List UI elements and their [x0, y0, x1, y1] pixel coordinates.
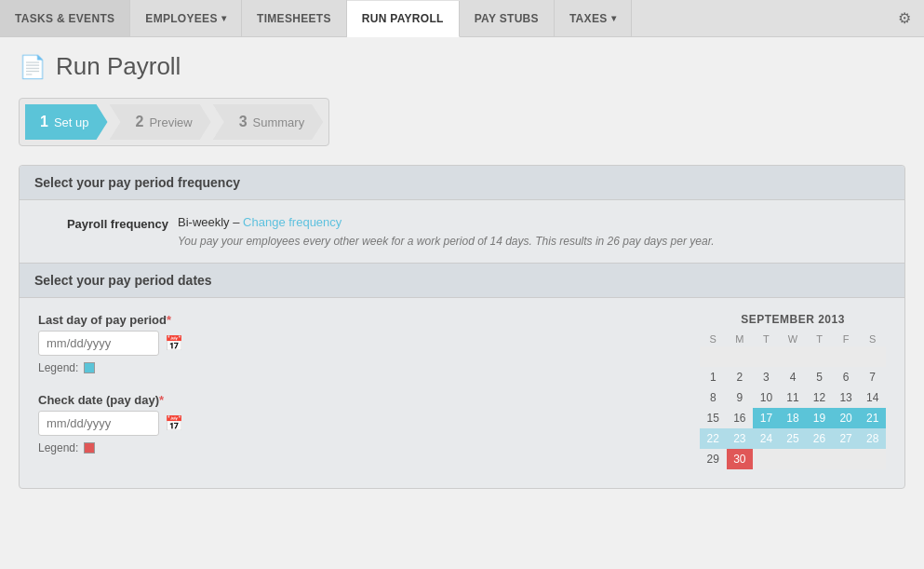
steps-breadcrumb: 1 Set up 2 Preview 3 Summary	[19, 98, 329, 146]
page-title: Run Payroll	[56, 52, 181, 81]
nav-taxes[interactable]: Taxes ▾	[555, 0, 632, 36]
cal-day[interactable]: 22	[700, 428, 727, 449]
date-form: Last day of pay period* 📅 Legend: Check …	[38, 313, 681, 473]
cal-day[interactable]: 6	[833, 367, 860, 387]
cal-day	[780, 449, 807, 469]
cal-day[interactable]: 15	[700, 408, 727, 428]
step-2-num: 2	[136, 114, 144, 130]
settings-gear-icon[interactable]: ⚙	[885, 0, 924, 36]
step-3-num: 3	[239, 114, 248, 130]
cal-day[interactable]: 9	[727, 387, 754, 408]
check-date-input[interactable]	[38, 411, 159, 436]
cal-day[interactable]: 11	[780, 387, 807, 408]
last-day-input[interactable]	[38, 331, 159, 356]
step-1-num: 1	[40, 114, 48, 130]
check-date-legend: Legend:	[38, 441, 681, 454]
cal-day[interactable]: 4	[780, 367, 807, 387]
cal-day[interactable]: 24	[753, 428, 780, 449]
nav-employees[interactable]: Employees ▾	[130, 0, 242, 36]
cal-day[interactable]: 30	[727, 449, 754, 469]
frequency-section-header: Select your pay period frequency	[20, 166, 904, 200]
cal-day[interactable]: 1	[700, 367, 727, 387]
step-1-setup[interactable]: 1 Set up	[25, 104, 108, 140]
check-date-calendar-icon[interactable]: 📅	[165, 414, 183, 432]
cal-day[interactable]: 12	[806, 387, 833, 408]
step-2-label: Preview	[149, 115, 192, 129]
main-panel: Select your pay period frequency Payroll…	[19, 165, 905, 489]
cal-day[interactable]: 23	[727, 428, 754, 449]
cal-day[interactable]: 14	[859, 387, 886, 408]
nav-tasks-events[interactable]: Tasks & Events	[0, 0, 130, 36]
cal-day-header: W	[780, 332, 807, 346]
legend-blue-box	[84, 362, 95, 373]
last-day-legend: Legend:	[38, 361, 681, 374]
frequency-description: You pay your employees every other week …	[178, 235, 886, 248]
calendar-widget: SEPTEMBER 2013 SMTWTFS 12345678910111213…	[700, 313, 886, 473]
cal-day[interactable]: 16	[727, 408, 754, 428]
last-day-label: Last day of pay period*	[38, 313, 681, 327]
step-2-preview[interactable]: 2 Preview	[110, 104, 211, 140]
cal-day[interactable]: 8	[700, 387, 727, 408]
cal-day-header: S	[859, 332, 886, 346]
employees-arrow: ▾	[221, 13, 226, 23]
nav-run-payroll[interactable]: Run Payroll	[347, 1, 460, 37]
cal-day[interactable]: 5	[806, 367, 833, 387]
cal-day	[859, 449, 886, 469]
cal-day[interactable]: 19	[806, 408, 833, 428]
check-date-field-row: Check date (pay day)* 📅 Legend:	[38, 393, 681, 454]
cal-day[interactable]: 2	[727, 367, 754, 387]
step-3-summary[interactable]: 3 Summary	[213, 104, 324, 140]
cal-day[interactable]: 7	[859, 367, 886, 387]
cal-day[interactable]: 21	[859, 408, 886, 428]
cal-day-header: T	[753, 332, 780, 346]
cal-day[interactable]: 10	[753, 387, 780, 408]
dates-section-header: Select your pay period dates	[20, 264, 904, 298]
frequency-section-body: Payroll frequency Bi-weekly – Change fre…	[20, 200, 904, 263]
step-3-label: Summary	[253, 115, 305, 129]
cal-day[interactable]: 13	[833, 387, 860, 408]
cal-day[interactable]: 25	[780, 428, 807, 449]
cal-day[interactable]: 20	[833, 408, 860, 428]
cal-day[interactable]: 18	[780, 408, 807, 428]
cal-day-header: S	[700, 332, 727, 346]
cal-day[interactable]: 3	[753, 367, 780, 387]
cal-day[interactable]: 17	[753, 408, 780, 428]
payroll-frequency-value: Bi-weekly – Change frequency	[178, 215, 341, 229]
page-title-area: 📄 Run Payroll	[19, 52, 905, 81]
cal-day[interactable]: 29	[700, 449, 727, 469]
cal-day	[780, 346, 807, 367]
cal-day	[833, 449, 860, 469]
payroll-frequency-label: Payroll frequency	[38, 215, 168, 231]
taxes-arrow: ▾	[611, 13, 616, 23]
check-date-input-group: 📅	[38, 411, 681, 436]
cal-day	[727, 346, 754, 367]
cal-day[interactable]: 27	[833, 428, 860, 449]
cal-day	[806, 449, 833, 469]
step-1-label: Set up	[54, 115, 89, 129]
page-content: 📄 Run Payroll 1 Set up 2 Preview 3 Summa…	[0, 37, 924, 569]
nav-pay-stubs[interactable]: Pay Stubs	[460, 0, 555, 36]
last-day-input-group: 📅	[38, 331, 681, 356]
cal-day	[753, 449, 780, 469]
top-navigation: Tasks & Events Employees ▾ Timesheets Ru…	[0, 0, 924, 37]
legend-red-box	[84, 442, 95, 454]
cal-day	[833, 346, 860, 367]
change-frequency-link[interactable]: Change frequency	[243, 215, 341, 229]
cal-day	[806, 346, 833, 367]
dates-section-body: Last day of pay period* 📅 Legend: Check …	[20, 298, 904, 488]
cal-day-header: M	[727, 332, 754, 346]
cal-day	[753, 346, 780, 367]
cal-day	[859, 346, 886, 367]
last-day-calendar-icon[interactable]: 📅	[165, 334, 183, 352]
cal-day-header: T	[806, 332, 833, 346]
calendar-title: SEPTEMBER 2013	[700, 313, 886, 326]
cal-day[interactable]: 26	[806, 428, 833, 449]
cal-day	[700, 346, 727, 367]
cal-day[interactable]: 28	[859, 428, 886, 449]
check-date-label: Check date (pay day)*	[38, 393, 681, 407]
nav-timesheets[interactable]: Timesheets	[242, 0, 347, 36]
calendar-grid: SMTWTFS 12345678910111213141516171819202…	[700, 332, 886, 469]
cal-day-header: F	[833, 332, 860, 346]
last-day-field-row: Last day of pay period* 📅 Legend:	[38, 313, 681, 374]
frequency-row: Payroll frequency Bi-weekly – Change fre…	[38, 215, 886, 231]
